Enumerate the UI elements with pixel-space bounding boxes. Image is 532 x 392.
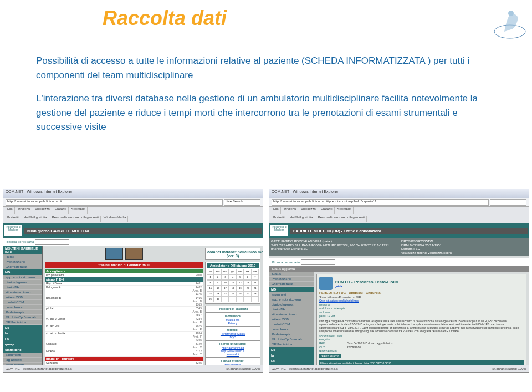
cal-cell[interactable]: 24 [222, 291, 229, 297]
sidebar-item[interactable]: diario degenza [269, 302, 314, 307]
sidebar-item[interactable]: Prenotazione [269, 277, 314, 282]
ricerca-input[interactable] [35, 239, 69, 245]
menu-tools[interactable]: Strumenti [336, 207, 354, 214]
sb-section[interactable]: Fs [269, 358, 314, 364]
cal-cell[interactable] [222, 297, 229, 302]
fav-item[interactable]: Personalizzazione collegamenti [50, 216, 101, 222]
sidebar-item[interactable]: diario DH [269, 307, 314, 312]
fav-item[interactable]: Personalizzazione collegamenti [316, 216, 367, 222]
sidebar-item[interactable]: situazione diurno [3, 290, 42, 295]
sb-section[interactable]: Ds [3, 325, 42, 330]
list-item[interactable]: Gineco5172 Amb. Y [45, 349, 203, 357]
menu-fav[interactable]: Preferiti [319, 207, 335, 214]
url-input[interactable]: http://comnet.intranet.policlinico.mo.it… [272, 199, 489, 206]
sidebar-item[interactable]: lettera COM [269, 317, 314, 322]
menu-fav[interactable]: Preferiti [53, 207, 69, 214]
sidebar-item[interactable]: log accessi [3, 358, 42, 363]
list-item[interactable]: vf. lato Poli4875 Amb. P [45, 324, 203, 332]
sidebar-item[interactable]: situazione diurno [269, 312, 314, 317]
fav-item[interactable]: HotMail gratuita [22, 216, 49, 222]
thumb-icon[interactable] [125, 248, 143, 260]
menu-file[interactable]: File [6, 207, 15, 214]
sidebar-item[interactable]: Chemioterapia [3, 264, 42, 269]
list-item[interactable]: Oncolog3149 Amb. X [45, 342, 203, 349]
cal-cell[interactable]: 16 [214, 286, 221, 291]
referto-button[interactable]: referto esterno [319, 354, 341, 358]
list-item[interactable]: vf. lato v. Emilia4834 Amb. F 4395 [45, 332, 203, 342]
sidebar-item[interactable]: app. e note ricovero [269, 297, 314, 302]
cal-cell[interactable]: 13 [244, 280, 251, 286]
sidebar-item[interactable]: consulenze [3, 305, 42, 310]
sidebar-item[interactable]: Radioterapia [3, 310, 42, 315]
list-item[interactable]: vf. lato v. Emilia4234 Amb. P [45, 317, 203, 324]
menu-view[interactable]: Visualizza [299, 207, 318, 214]
url-input[interactable]: http://comnet.intranet.policlinico.mo.it [6, 199, 223, 206]
status-row[interactable]: Status aggiorna [269, 266, 529, 272]
link[interactable]: www.asf.it [207, 353, 259, 356]
cal-cell[interactable]: 26 [237, 291, 244, 297]
cal-cell[interactable]: 28 [252, 291, 259, 297]
link[interactable]: Privacy [207, 322, 259, 325]
sidebar-item[interactable]: Prenotazione [3, 259, 42, 264]
sidebar-item[interactable]: moduli COM [269, 322, 314, 327]
cal-cell[interactable]: 21 [252, 286, 259, 291]
sidebar-item[interactable]: Mk. InterOp./Interlab. [3, 315, 42, 320]
fav-item[interactable]: Preferiti [272, 216, 287, 222]
cal-cell[interactable]: 20 [244, 286, 251, 291]
cal-cell[interactable] [252, 297, 259, 302]
menu-edit[interactable]: Modifica [282, 207, 298, 214]
cal-cell[interactable]: 1 [207, 274, 214, 280]
cal-cell[interactable]: 29 [207, 297, 214, 302]
menu-edit[interactable]: Modifica [16, 207, 32, 214]
cal-cell[interactable]: 18 [229, 286, 236, 291]
cal-cell[interactable]: 22 [207, 291, 214, 297]
search-box[interactable] [490, 199, 526, 206]
cal-cell[interactable]: 23 [214, 291, 221, 297]
menu-file[interactable]: File [272, 207, 281, 214]
menu-view[interactable]: Visualizza [33, 207, 52, 214]
thumb-icon[interactable] [105, 248, 123, 260]
sidebar-item[interactable]: Status [269, 272, 314, 277]
sidebar-item[interactable]: Chemioterapia [269, 282, 314, 287]
list-item[interactable]: pd. lab.5545 Amb. B 4567 [45, 307, 203, 317]
search-box[interactable]: Live Search [224, 199, 260, 206]
cal-cell[interactable] [237, 297, 244, 302]
sidebar-item[interactable]: Mk. InterOp./Interlab. [269, 337, 314, 342]
cal-cell[interactable]: 11 [229, 280, 236, 286]
pi-ref2[interactable]: Visualizza refertII Visualizza esentII [401, 251, 527, 254]
sb-section[interactable]: Ia [269, 353, 314, 358]
cal-cell[interactable]: 10 [222, 280, 229, 286]
cal-cell[interactable]: 6 [244, 274, 251, 280]
fav-item[interactable]: Preferiti [6, 216, 21, 222]
cal-cell[interactable]: 30 [214, 297, 221, 302]
cal-cell[interactable]: 9 [214, 280, 221, 286]
list-item[interactable]: Rtycnt Barza4481 [45, 282, 203, 286]
cal-cell[interactable]: 27 [244, 291, 251, 297]
cal-cell[interactable]: 7 [252, 274, 259, 280]
sb-section[interactable]: Fs [3, 336, 42, 342]
cal-cell[interactable]: 15 [207, 286, 214, 291]
sidebar-item[interactable]: anamnesi [269, 292, 314, 297]
ricerca-input[interactable] [301, 259, 335, 265]
sb-section[interactable]: Ia [3, 330, 42, 336]
pi-hosp[interactable]: hospital Web Estratta AF [271, 247, 397, 251]
sb-section[interactable]: Ds [269, 347, 314, 353]
link[interactable]: BQC [207, 335, 259, 339]
cal-cell[interactable]: 14 [252, 280, 259, 286]
sidebar-item[interactable]: Radioterapia [269, 332, 314, 337]
sidebar-item[interactable]: lettera COM [3, 295, 42, 300]
sidebar-item[interactable]: diario DH [3, 285, 42, 290]
sidebar-item[interactable]: documenti [3, 353, 42, 358]
sidebar-item[interactable]: OE Pediatrica [3, 320, 42, 325]
cal-cell[interactable]: 5 [237, 274, 244, 280]
cal-cell[interactable]: 17 [222, 286, 229, 291]
cal-cell[interactable]: 25 [229, 291, 236, 297]
cal-cell[interactable]: 4 [229, 274, 236, 280]
sidebar-item[interactable]: consulenze [269, 327, 314, 332]
sidebar-item[interactable]: diario degenza [3, 280, 42, 285]
cal-cell[interactable]: 2 [214, 274, 221, 280]
crea-link[interactable]: Crea situazione multidisciplinare [319, 299, 524, 302]
fav-item[interactable]: HotMail gratuita [288, 216, 315, 222]
sb-section[interactable]: statistiche [3, 347, 42, 353]
sb-section[interactable]: query [3, 342, 42, 347]
